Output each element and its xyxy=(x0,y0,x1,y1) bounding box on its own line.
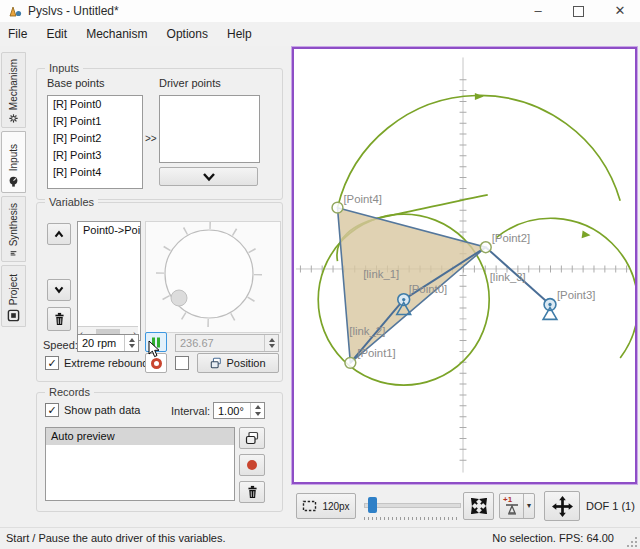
angle-dial[interactable] xyxy=(145,221,281,333)
joint-point4[interactable] xyxy=(332,202,343,213)
menu-file[interactable]: File xyxy=(0,22,35,46)
list-item[interactable]: [R] Point4 xyxy=(48,164,142,181)
close-button[interactable]: ✕ xyxy=(603,0,637,22)
input-dial-icon xyxy=(7,175,20,188)
move-to-driver-button[interactable] xyxy=(159,167,258,186)
maximize-icon xyxy=(573,6,584,17)
chevron-down-icon xyxy=(199,172,219,182)
inputs-group-title: Inputs xyxy=(45,62,83,74)
menu-help[interactable]: Help xyxy=(219,22,260,46)
frame-icon xyxy=(302,500,317,512)
dropdown-arrow-icon[interactable]: ▾ xyxy=(523,494,531,518)
tab-synthesis[interactable]: Synthesis xyxy=(1,196,26,262)
tab-project-label: Project xyxy=(8,274,19,305)
inputs-group: Inputs Base points [R] Point0 [R] Point1… xyxy=(36,68,283,200)
maximize-button[interactable] xyxy=(561,0,595,22)
tab-inputs-label: Inputs xyxy=(8,144,19,171)
list-item[interactable]: [R] Point0 xyxy=(48,96,142,113)
spin-arrows[interactable] xyxy=(250,403,264,418)
position-button[interactable]: Position xyxy=(197,353,279,373)
base-points-list[interactable]: [R] Point0 [R] Point1 [R] Point2 [R] Poi… xyxy=(47,95,143,189)
record-button[interactable] xyxy=(239,454,265,476)
interval-spinbox[interactable]: 1.00° xyxy=(213,402,265,419)
tab-project[interactable]: Project xyxy=(1,265,26,327)
list-item[interactable]: [R] Point1 xyxy=(48,113,142,130)
variable-delete-button[interactable] xyxy=(47,307,71,331)
window-title: Pyslvs - Untitled* xyxy=(28,4,119,18)
dof-label: DOF 1 (1) xyxy=(586,500,635,512)
menu-edit[interactable]: Edit xyxy=(38,22,75,46)
spin-arrows[interactable] xyxy=(124,335,138,351)
move-cross-icon xyxy=(552,496,573,517)
point2-label: [Point2] xyxy=(492,232,531,244)
record-dot-icon xyxy=(247,460,257,470)
selection-fps-status: No selection. FPS: 64.00 xyxy=(492,532,614,544)
driver-points-list[interactable] xyxy=(159,95,260,163)
pyslvs-window: Pyslvs - Untitled* – ✕ File Edit Mechani… xyxy=(0,0,640,549)
list-item[interactable]: Auto preview xyxy=(46,428,234,445)
link2-label: [link_2] xyxy=(349,325,385,337)
selection-mode-dropdown[interactable]: +1 ▾ xyxy=(499,493,535,519)
save-path-button[interactable] xyxy=(239,427,265,449)
joint-point2[interactable] xyxy=(480,242,491,253)
zoom-slider[interactable] xyxy=(362,494,462,516)
minimize-button[interactable]: – xyxy=(521,0,555,22)
records-group-title: Records xyxy=(45,386,94,398)
menu-options[interactable]: Options xyxy=(159,22,216,46)
chevron-down-icon xyxy=(52,284,66,296)
list-item[interactable]: Point0->Poi xyxy=(78,222,140,239)
pyslvs-logo-icon xyxy=(8,4,22,18)
speed-spinbox[interactable]: 20 rpm xyxy=(77,334,139,352)
point4-label: [Point4] xyxy=(343,193,382,205)
show-path-checkbox[interactable]: ✓ Show path data xyxy=(45,403,140,417)
mouse-cursor xyxy=(148,340,161,358)
slider-ticks xyxy=(364,517,459,520)
extreme-rebound-checkbox[interactable]: ✓ Extreme rebound xyxy=(45,356,148,370)
tab-mechanism-label: Mechanism xyxy=(8,59,19,110)
copy-icon xyxy=(210,357,222,369)
title-bar: Pyslvs - Untitled* – ✕ xyxy=(0,0,640,22)
variables-list[interactable]: Point0->Poi ‹ › xyxy=(77,221,141,341)
speed-label: Speed: xyxy=(43,339,78,351)
link3-label: [link_3] xyxy=(490,271,526,283)
synthesis-icon xyxy=(7,250,20,257)
path-arrow-icon xyxy=(475,93,484,100)
delete-record-button[interactable] xyxy=(239,481,265,503)
expand-arrows-icon xyxy=(470,497,488,515)
records-list[interactable]: Auto preview xyxy=(45,427,235,501)
list-item[interactable]: [R] Point3 xyxy=(48,147,142,164)
extreme-rebound-label: Extreme rebound xyxy=(64,357,148,369)
menu-bar: File Edit Mechanism Options Help xyxy=(0,22,640,46)
fit-view-button[interactable] xyxy=(463,492,494,520)
list-item[interactable]: [R] Point2 xyxy=(48,130,142,147)
driver-points-label: Driver points xyxy=(159,77,221,89)
transfer-label: >> xyxy=(145,133,157,144)
status-message: Start / Pause the auto driver of this va… xyxy=(6,532,226,544)
interval-label: Interval: xyxy=(171,405,210,417)
checkbox-checked-icon[interactable]: ✓ xyxy=(45,356,59,370)
joint-point3[interactable] xyxy=(543,299,557,320)
slider-groove[interactable] xyxy=(364,503,461,508)
slider-handle[interactable] xyxy=(368,497,377,513)
point4-path-outer xyxy=(337,95,620,207)
checkbox-unchecked[interactable] xyxy=(175,356,189,370)
position-label: Position xyxy=(226,357,265,369)
trash-icon xyxy=(246,485,259,499)
joint-point1[interactable] xyxy=(345,357,356,368)
side-tab-strip: Mechanism Inputs Synthesis xyxy=(1,52,27,330)
variables-group-title: Variables xyxy=(45,196,98,208)
tab-inputs[interactable]: Inputs xyxy=(1,131,26,193)
mechanism-canvas[interactable]: [Point4] [Point2] [Point3] [Point0] [Poi… xyxy=(292,47,637,484)
variable-up-button[interactable] xyxy=(47,223,71,245)
pan-view-button[interactable] xyxy=(544,491,580,521)
variable-down-button[interactable] xyxy=(47,279,71,301)
resize-grip[interactable] xyxy=(626,536,638,548)
checkbox-checked-icon[interactable]: ✓ xyxy=(45,403,59,417)
copy-path-icon xyxy=(245,431,259,445)
angle-spinbox: 236.67 xyxy=(175,334,279,352)
zoom-size-button[interactable]: 120px xyxy=(296,493,356,519)
menu-mechanism[interactable]: Mechanism xyxy=(78,22,155,46)
tab-mechanism[interactable]: Mechanism xyxy=(1,52,26,128)
position-checkbox[interactable] xyxy=(175,356,189,370)
dial-handle[interactable] xyxy=(171,290,187,306)
